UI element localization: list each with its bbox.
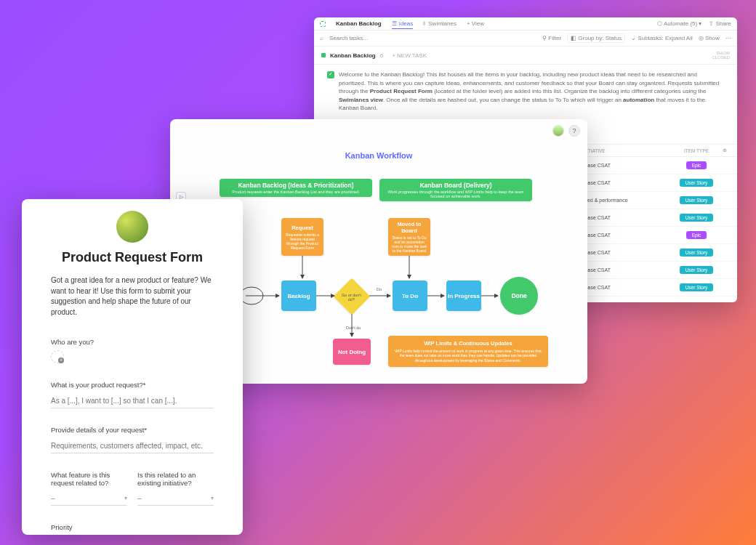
list-view-icon: ☰ [392, 20, 397, 27]
chevron-down-icon: ▾ [211, 495, 214, 501]
list-icon [320, 21, 326, 27]
groupby-button[interactable]: ◧ Group by: Status [567, 33, 625, 43]
new-task-button[interactable]: + NEW TASK [392, 52, 427, 59]
stage-backlog: Kanban Backlog (Ideas & Prioritization) … [220, 179, 372, 197]
show-button[interactable]: ◎ Show [699, 35, 720, 41]
swimlane-icon: ⫴ [423, 20, 426, 28]
cell-itemtype: User Story [676, 179, 717, 187]
cell-itemtype: Epic [676, 161, 717, 169]
node-backlog[interactable]: Backlog [281, 280, 316, 311]
chevron-down-icon: ▾ [699, 20, 701, 27]
stage-board: Kanban Board (Delivery) Work progresses … [379, 179, 532, 201]
request-label: What is your product request?* [51, 381, 214, 389]
label-dontdo: Don't do [346, 326, 361, 330]
search-placeholder[interactable]: Search tasks... [329, 35, 368, 41]
node-decision[interactable]: Go or don't do? [334, 278, 371, 315]
cell-itemtype: User Story [676, 196, 717, 204]
list-toolbar: ⌕ Search tasks... ⚲ Filter ◧ Group by: S… [314, 31, 737, 47]
product-request-form: Product Request Form Got a great idea fo… [22, 199, 243, 535]
svg-point-1 [240, 287, 263, 304]
workflow-title: Kanban Workflow [170, 151, 587, 160]
details-input[interactable] [51, 439, 214, 453]
initiative-select[interactable]: –▾ [137, 491, 214, 506]
more-icon[interactable]: ⋯ [725, 35, 731, 41]
chevron-down-icon: ▾ [124, 495, 127, 501]
node-todo[interactable]: To Do [393, 280, 427, 311]
cell-itemtype: User Story [676, 266, 717, 274]
check-badge-icon [327, 71, 334, 78]
node-wip: WIP Limits & Continuous Updates WIP Limi… [388, 336, 548, 367]
form-intro: Got a great idea for a new product or fe… [51, 275, 214, 318]
share-button[interactable]: ⇪ Share [709, 20, 731, 27]
node-inprogress[interactable]: In Progress [446, 280, 481, 311]
who-label: Who are you? [51, 338, 214, 346]
priority-label: Priority [51, 523, 214, 531]
cell-itemtype: Epic [676, 231, 717, 239]
tab-add-view[interactable]: + View [467, 20, 484, 27]
search-icon[interactable]: ⌕ [320, 35, 323, 41]
who-picker[interactable] [51, 350, 64, 363]
group-header: Kanban Backlog 6 + NEW TASK SHOW CLOSED [314, 47, 737, 65]
automate-button[interactable]: ⬡ Automate (5) ▾ [657, 20, 701, 27]
initiative-label: Is this related to an existing initiativ… [137, 471, 214, 487]
col-itemtype[interactable]: ITEM TYPE [676, 148, 717, 153]
tab-swimlanes[interactable]: ⫴Swimlanes [423, 20, 457, 28]
node-request[interactable]: Request Requester submits a feature requ… [281, 218, 323, 256]
cell-itemtype: User Story [676, 249, 717, 257]
tab-ideas[interactable]: ☰Ideas [392, 20, 414, 29]
request-input[interactable] [51, 394, 214, 408]
label-do: Do [377, 287, 382, 291]
filter-button[interactable]: ⚲ Filter [542, 35, 561, 41]
feature-select[interactable]: –▾ [51, 491, 127, 506]
add-column-button[interactable]: ⊕ [720, 148, 730, 153]
show-closed-toggle[interactable]: SHOW CLOSED [712, 51, 730, 60]
group-name: Kanban Backlog [330, 52, 376, 59]
node-moved[interactable]: Moved to Board Status is set to To Do an… [388, 218, 430, 256]
whiteboard-toolbar: ? [552, 125, 580, 137]
robot-icon: ⬡ [657, 20, 662, 27]
feature-label: What feature is this request related to? [51, 471, 127, 487]
view-tabs: Kanban Backlog ☰Ideas ⫴Swimlanes + View … [314, 17, 737, 31]
cell-itemtype: User Story [676, 283, 717, 291]
node-done[interactable]: Done [500, 277, 538, 315]
status-square-icon [321, 53, 326, 57]
cell-itemtype: User Story [676, 214, 717, 222]
subtasks-button[interactable]: ⌄ Subtasks: Expand All [631, 35, 692, 41]
help-icon[interactable]: ? [568, 125, 580, 137]
details-label: Provide details of your request* [51, 426, 214, 434]
user-avatar[interactable] [552, 125, 564, 137]
node-notdoing[interactable]: Not Doing [333, 339, 371, 365]
list-title: Kanban Backlog [336, 20, 382, 27]
form-title: Product Request Form [51, 250, 214, 265]
share-icon: ⇪ [709, 20, 714, 27]
group-count: 6 [380, 52, 383, 59]
form-avatar [116, 211, 148, 243]
